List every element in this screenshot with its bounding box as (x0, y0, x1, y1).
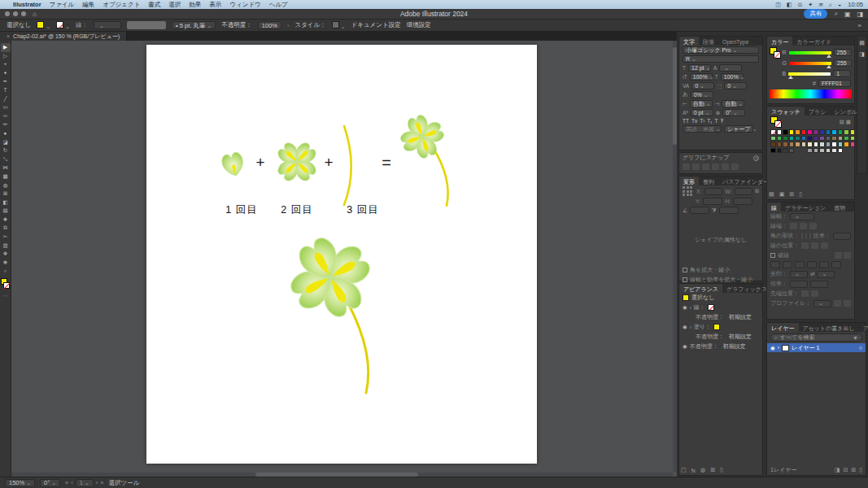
g-slider[interactable] (789, 62, 831, 65)
zoom-window-button[interactable] (21, 11, 26, 16)
dash-preserve-icon[interactable] (835, 252, 842, 259)
dashed-line-checkbox[interactable] (770, 253, 775, 258)
swatch[interactable] (777, 142, 783, 147)
tool-button[interactable]: ❖ (1, 216, 11, 224)
stem-step3[interactable] (344, 126, 351, 205)
tool-button[interactable]: ✑ (1, 112, 11, 121)
panel-tab[interactable]: レイヤー (767, 323, 799, 332)
arrow-start-dropdown[interactable] (790, 271, 808, 278)
status-icon[interactable]: ⊙ (797, 2, 802, 8)
panel-tab[interactable]: OpenType (718, 37, 752, 46)
last-artboard-icon[interactable]: » (100, 479, 103, 486)
filter-icon[interactable]: ▼ (853, 335, 858, 341)
swatch[interactable] (807, 129, 813, 135)
swatch[interactable] (789, 129, 795, 135)
scale-corners-checkbox[interactable] (683, 268, 687, 272)
cap-projecting-icon[interactable] (809, 223, 817, 229)
snap-option-icon[interactable] (712, 163, 719, 170)
tool-button[interactable]: ◪ (1, 138, 11, 147)
libraries-panel-icon[interactable]: ▤ (859, 40, 865, 46)
arrow-end-dropdown[interactable] (817, 271, 835, 278)
swatch[interactable] (770, 129, 776, 135)
new-sublayer-icon[interactable]: ⊟ (843, 467, 848, 473)
fill-stroke-indicator[interactable] (1, 278, 11, 290)
swatch[interactable] (783, 148, 788, 154)
leaf-step1[interactable] (220, 151, 246, 178)
tool-button[interactable]: ✂ (1, 233, 11, 242)
tool-button[interactable]: ⌖ (1, 60, 11, 69)
swatch[interactable] (831, 136, 837, 142)
swatch[interactable] (850, 142, 856, 147)
menu-item[interactable]: 編集 (82, 1, 94, 9)
swatch[interactable] (838, 129, 844, 135)
document-tab[interactable]: × Chap2-02.ai* @ 150 % (RGB/プレビュー) (0, 32, 127, 41)
swatch[interactable] (801, 142, 807, 147)
tool-button[interactable]: ↻ (1, 146, 11, 155)
close-tab-icon[interactable]: × (7, 33, 10, 39)
tool-button[interactable]: ▥ (1, 242, 11, 251)
menu-item[interactable]: 書式 (148, 1, 160, 9)
swatch[interactable] (813, 129, 819, 135)
fill-color-dropdown[interactable] (37, 21, 50, 30)
help-icon[interactable]: ? (753, 155, 759, 161)
shear-field[interactable] (719, 207, 739, 214)
tool-button[interactable]: ● (1, 129, 11, 138)
h-field[interactable] (733, 198, 752, 205)
panel-tab[interactable]: アセットの書き出し (799, 323, 859, 332)
stroke-proxy[interactable] (3, 282, 10, 289)
document-setup-button[interactable]: ドキュメント設定 (351, 21, 401, 29)
cap-butt-icon[interactable] (790, 223, 797, 229)
properties-panel-icon[interactable]: ◨ (859, 51, 865, 58)
swatch[interactable] (789, 136, 795, 142)
antialias-dropdown[interactable]: シャープ (724, 125, 753, 133)
swatch[interactable] (770, 142, 776, 147)
tool-button[interactable]: ⌕ (1, 267, 11, 276)
visibility-eye-icon[interactable]: ◉ (683, 343, 687, 350)
stroke-color-dropdown[interactable] (56, 21, 70, 30)
status-icon[interactable]: ≋ (818, 2, 823, 8)
font-family-dropdown[interactable]: 小塚ゴシック Pro (683, 46, 759, 54)
home-icon[interactable]: ⌂ (33, 11, 37, 18)
swatch[interactable] (807, 142, 813, 147)
large-clover-stem[interactable] (348, 303, 369, 393)
r-value-field[interactable]: 255 (834, 49, 852, 56)
swatch[interactable] (795, 129, 800, 135)
char-style-button[interactable]: Ŧ (720, 118, 723, 124)
swatch[interactable] (838, 136, 844, 142)
tip-extend-icon[interactable] (801, 290, 809, 297)
menu-item[interactable]: ウィンドウ (229, 1, 260, 9)
b-slider[interactable] (788, 72, 831, 76)
close-window-button[interactable] (5, 11, 10, 16)
join-miter-icon[interactable] (801, 233, 803, 239)
swatch[interactable] (831, 142, 837, 147)
new-layer-icon[interactable]: ⊞ (851, 467, 856, 473)
style-dropdown[interactable] (332, 21, 346, 30)
panel-tab[interactable]: 透明 (830, 203, 849, 211)
new-color-group-icon[interactable]: ▣ (779, 191, 785, 198)
tool-button[interactable]: ✏ (1, 120, 11, 129)
swatch[interactable] (795, 136, 800, 142)
result-stem[interactable] (433, 147, 448, 206)
swatch[interactable] (801, 129, 807, 135)
r-slider[interactable] (789, 51, 831, 54)
panel-tab[interactable]: アピアランス (679, 284, 722, 293)
clear-appearance-icon[interactable]: ◍ (700, 467, 705, 473)
scale-strokes-checkbox[interactable] (683, 277, 687, 282)
status-icon[interactable]: ◒ (838, 2, 841, 8)
swatch[interactable] (807, 148, 813, 154)
w-field[interactable] (735, 188, 753, 195)
swatch[interactable] (826, 136, 831, 142)
link-dimensions-icon[interactable]: ⧉ (755, 188, 759, 194)
tool-button[interactable]: ✒ (1, 77, 11, 86)
brush-definition-dropdown[interactable]: •5 pt. 丸筆 (172, 21, 216, 29)
large-clover[interactable] (281, 228, 381, 328)
hex-field[interactable]: FFFF01 (818, 80, 851, 87)
previous-artboard-icon[interactable]: ‹ (71, 479, 73, 486)
swatch[interactable] (813, 142, 819, 147)
swatch[interactable] (801, 136, 807, 142)
tool-button[interactable]: ▤ (1, 207, 11, 216)
align-center-icon[interactable] (801, 242, 809, 249)
swatch[interactable] (819, 129, 825, 135)
swatch[interactable] (770, 148, 776, 154)
expand-icon[interactable]: › (690, 305, 691, 311)
